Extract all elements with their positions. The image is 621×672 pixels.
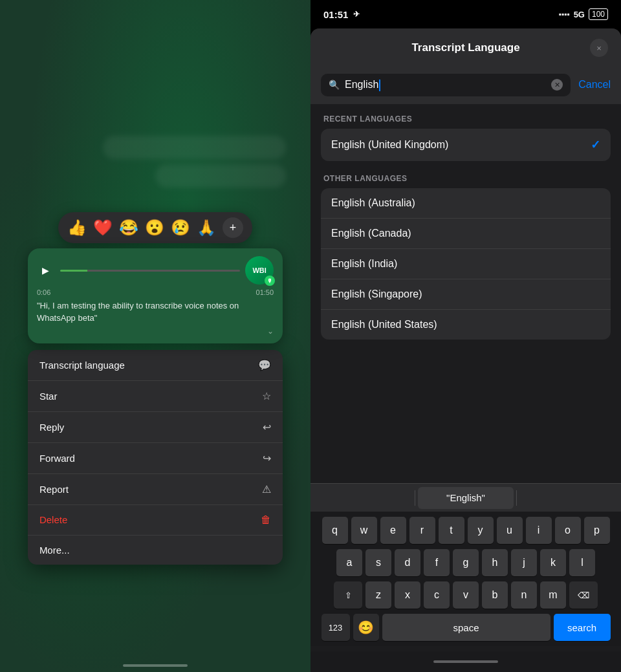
language-item-english-us[interactable]: English (United States): [321, 310, 611, 340]
menu-item-more[interactable]: More...: [28, 536, 283, 565]
avatar: WBI 🎙: [245, 256, 274, 285]
key-k[interactable]: k: [540, 549, 566, 576]
voice-time-row: 0:06 01:50: [37, 288, 274, 296]
right-status-bar: 01:51 ✈ ▪▪▪▪ 5G 100: [310, 0, 621, 28]
language-name-english-ca: English (Canada): [331, 228, 411, 239]
emoji-key[interactable]: 😊: [353, 614, 379, 641]
key-p[interactable]: p: [584, 517, 610, 544]
suggestion-middle[interactable]: "English": [418, 487, 514, 509]
menu-item-star[interactable]: Star ☆: [28, 381, 283, 412]
key-h[interactable]: h: [482, 549, 508, 576]
search-key[interactable]: search: [554, 614, 611, 641]
emoji-add-button[interactable]: +: [223, 217, 243, 238]
key-n[interactable]: n: [511, 581, 537, 609]
suggestion-bar: "English": [310, 483, 621, 512]
key-q[interactable]: q: [322, 517, 348, 544]
waveform-line: [60, 270, 240, 272]
language-item-english-uk[interactable]: English (United Kingdom) ✓: [321, 129, 611, 161]
emoji-laugh[interactable]: 😂: [119, 219, 138, 237]
left-status-bar: [0, 0, 310, 28]
status-icons: ▪▪▪▪ 5G 100: [559, 8, 608, 20]
signal-bars-icon: ▪▪▪▪: [559, 10, 570, 19]
key-row-4: 123 😊 space search: [312, 614, 619, 646]
key-x[interactable]: x: [395, 581, 420, 609]
key-u[interactable]: u: [497, 517, 523, 544]
total-time: 01:50: [256, 288, 274, 296]
cancel-button[interactable]: Cancel: [578, 79, 611, 91]
suggestion-left[interactable]: [316, 487, 412, 509]
key-a[interactable]: a: [336, 549, 362, 576]
play-button[interactable]: ▶: [37, 261, 55, 279]
language-item-english-au[interactable]: English (Australia): [321, 188, 611, 219]
transcript-icon: 💬: [258, 359, 271, 371]
key-t[interactable]: t: [439, 517, 464, 544]
right-panel: 01:51 ✈ ▪▪▪▪ 5G 100 Transcript Language …: [310, 0, 621, 672]
key-o[interactable]: o: [555, 517, 581, 544]
numbers-key[interactable]: 123: [321, 614, 350, 641]
status-time: 01:51 ✈: [323, 9, 360, 20]
search-icon: 🔍: [329, 80, 340, 90]
language-item-english-in[interactable]: English (India): [321, 249, 611, 279]
clear-search-button[interactable]: ✕: [551, 79, 563, 91]
menu-label-delete: Delete: [39, 514, 67, 525]
emoji-cry[interactable]: 😢: [171, 219, 190, 237]
search-bar-container: 🔍 English ✕ Cancel: [310, 67, 621, 104]
key-j[interactable]: j: [511, 549, 537, 576]
recent-languages-section: English (United Kingdom) ✓: [321, 129, 611, 161]
emoji-thumbsup[interactable]: 👍: [67, 219, 87, 237]
voice-note-bubble: ▶ WBI 🎙 0:06 01:50 "Hi, I am testing the…: [28, 248, 283, 343]
key-b[interactable]: b: [482, 581, 508, 609]
key-m[interactable]: m: [540, 581, 566, 609]
key-g[interactable]: g: [453, 549, 479, 576]
search-input[interactable]: English: [345, 79, 546, 91]
menu-item-reply[interactable]: Reply ↩: [28, 412, 283, 443]
menu-item-delete[interactable]: Delete 🗑: [28, 505, 283, 536]
suggestion-right[interactable]: [519, 487, 616, 509]
key-z[interactable]: z: [365, 581, 391, 609]
menu-label-forward: Forward: [39, 453, 75, 464]
emoji-heart[interactable]: ❤️: [93, 219, 113, 237]
language-name-english-uk: English (United Kingdom): [331, 139, 448, 151]
key-e[interactable]: e: [380, 517, 406, 544]
current-time: 0:06: [37, 288, 50, 296]
emoji-reaction-bar[interactable]: 👍 ❤️ 😂 😮 😢 🙏 +: [58, 212, 252, 243]
emoji-pray[interactable]: 🙏: [197, 219, 216, 237]
key-s[interactable]: s: [365, 549, 391, 576]
menu-label-star: Star: [39, 391, 58, 402]
menu-item-transcript-language[interactable]: Transcript language 💬: [28, 350, 283, 381]
shift-key[interactable]: ⇧: [334, 581, 362, 609]
mic-badge: 🎙: [265, 276, 275, 286]
delete-key[interactable]: ⌫: [569, 581, 598, 609]
menu-item-forward[interactable]: Forward ↪: [28, 443, 283, 474]
language-item-english-ca[interactable]: English (Canada): [321, 219, 611, 249]
menu-item-report[interactable]: Report ⚠: [28, 474, 283, 505]
space-key[interactable]: space: [382, 614, 550, 641]
language-list: RECENT LANGUAGES English (United Kingdom…: [310, 104, 621, 483]
key-d[interactable]: d: [395, 549, 420, 576]
language-item-english-sg[interactable]: English (Singapore): [321, 279, 611, 310]
menu-label-transcript: Transcript language: [39, 360, 125, 371]
key-v[interactable]: v: [453, 581, 479, 609]
keyboard-rows: q w e r t y u i o p a s d f g: [310, 512, 621, 646]
key-row-3: ⇧ z x c v b n m ⌫: [312, 581, 619, 609]
key-f[interactable]: f: [424, 549, 450, 576]
emoji-wow[interactable]: 😮: [145, 219, 164, 237]
key-c[interactable]: c: [424, 581, 450, 609]
suggestion-divider-2: [516, 490, 517, 506]
language-name-english-us: English (United States): [331, 319, 437, 331]
voice-message-container: 👍 ❤️ 😂 😮 😢 🙏 + ▶ WBI 🎙: [10, 212, 300, 564]
close-button[interactable]: ×: [590, 39, 608, 57]
key-l[interactable]: l: [569, 549, 595, 576]
key-y[interactable]: y: [468, 517, 494, 544]
checkmark-icon: ✓: [591, 138, 600, 152]
key-i[interactable]: i: [526, 517, 552, 544]
home-indicator: [433, 660, 498, 663]
search-bar[interactable]: 🔍 English ✕: [321, 74, 571, 96]
menu-label-reply: Reply: [39, 422, 64, 433]
left-content: 👍 ❤️ 😂 😮 😢 🙏 + ▶ WBI 🎙: [0, 28, 310, 672]
modal-header: Transcript Language ×: [310, 28, 621, 67]
battery-icon: 100: [589, 8, 608, 20]
key-w[interactable]: w: [351, 517, 377, 544]
modal-title: Transcript Language: [342, 41, 590, 54]
key-r[interactable]: r: [409, 517, 435, 544]
